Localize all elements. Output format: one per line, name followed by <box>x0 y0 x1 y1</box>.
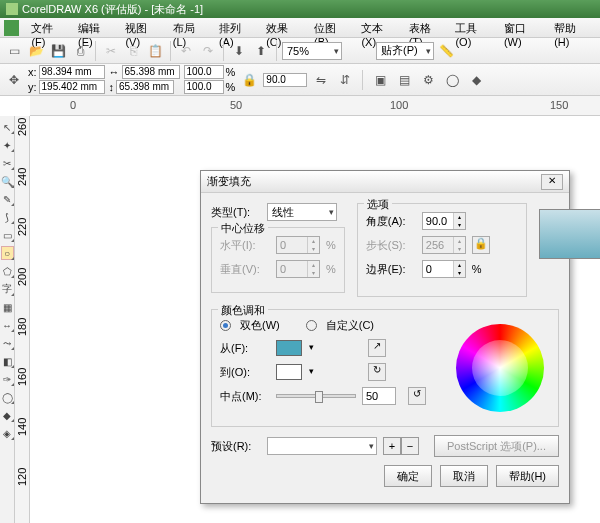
preset-remove-button[interactable]: − <box>401 437 419 455</box>
width-input[interactable]: 65.398 mm <box>122 65 180 79</box>
type-value: 线性 <box>272 205 294 220</box>
window-title: CorelDRAW X6 (评估版) - [未命名 -1] <box>22 2 203 17</box>
order-icon[interactable]: ▣ <box>370 70 390 90</box>
menu-effects[interactable]: 效果(C) <box>260 18 308 37</box>
scaley-input[interactable]: 100.0 <box>184 80 224 94</box>
preset-combo[interactable] <box>267 437 377 455</box>
mid-label: 中点(M): <box>220 389 270 404</box>
hy-input: 0▴▾ <box>276 260 320 278</box>
ellipse-tool-icon[interactable]: ○ <box>1 246 14 260</box>
menu-arrange[interactable]: 排列(A) <box>213 18 260 37</box>
zoom-combo[interactable]: 75% <box>282 42 342 60</box>
custom-radio[interactable] <box>306 320 317 331</box>
smart-tool-icon[interactable]: ⟆ <box>1 210 14 224</box>
effects-tool-icon[interactable]: ◧ <box>1 354 14 368</box>
preset-add-button[interactable]: + <box>383 437 401 455</box>
mirror-h-icon[interactable]: ⇋ <box>311 70 331 90</box>
ruler-horizontal: 0 50 100 150 <box>30 96 600 116</box>
pct-label: % <box>326 263 336 275</box>
zoom-tool-icon[interactable]: 🔍 <box>1 174 14 188</box>
midpoint-slider[interactable] <box>276 394 356 398</box>
paste-icon[interactable]: 📋 <box>145 41 165 61</box>
interactive-fill-icon[interactable]: ◈ <box>1 426 14 440</box>
menu-bitmap[interactable]: 位图(B) <box>308 18 355 37</box>
menu-table[interactable]: 表格(T) <box>403 18 450 37</box>
separator <box>223 41 224 61</box>
lock-ratio-icon[interactable]: 🔒 <box>239 70 259 90</box>
pct-label: % <box>226 81 236 93</box>
edge-input[interactable]: 0▴▾ <box>422 260 466 278</box>
midpoint-input[interactable]: 50 <box>362 387 396 405</box>
hy-label: 垂直(V): <box>220 262 270 277</box>
convert-icon[interactable]: ◆ <box>466 70 486 90</box>
close-icon[interactable]: ✕ <box>541 174 563 190</box>
cut-icon[interactable]: ✂ <box>101 41 121 61</box>
menu-text[interactable]: 文本(X) <box>355 18 402 37</box>
menu-tools[interactable]: 工具(O) <box>449 18 497 37</box>
text-tool-icon[interactable]: 字 <box>1 282 14 296</box>
twocolor-radio[interactable] <box>220 320 231 331</box>
cancel-button[interactable]: 取消 <box>440 465 488 487</box>
to-color-swatch[interactable] <box>276 364 302 380</box>
dimension-tool-icon[interactable]: ↔ <box>1 318 14 332</box>
new-icon[interactable]: ▭ <box>4 41 24 61</box>
menu-view[interactable]: 视图(V) <box>119 18 166 37</box>
mirror-v-icon[interactable]: ⇵ <box>335 70 355 90</box>
copy-icon[interactable]: ⎘ <box>123 41 143 61</box>
y-label: y: <box>28 81 37 93</box>
edge-label: 边界(E): <box>366 262 416 277</box>
pick-tool-icon[interactable]: ↖ <box>1 120 14 134</box>
ok-button[interactable]: 确定 <box>384 465 432 487</box>
save-icon[interactable]: 💾 <box>48 41 68 61</box>
toolbox: ↖ ✦ ✂ 🔍 ✎ ⟆ ▭ ○ ⬠ 字 ▦ ↔ ⤳ ◧ ✑ ◯ ◆ ◈ <box>0 116 15 523</box>
x-input[interactable]: 98.394 mm <box>39 65 105 79</box>
crop-tool-icon[interactable]: ✂ <box>1 156 14 170</box>
options-icon[interactable]: ⚙ <box>418 70 438 90</box>
menu-edit[interactable]: 编辑(E) <box>72 18 119 37</box>
from-color-swatch[interactable] <box>276 340 302 356</box>
angle-label: 角度(A): <box>366 214 416 229</box>
height-input[interactable]: 65.398 mm <box>116 80 174 94</box>
rotation-input[interactable]: 90.0 <box>263 73 307 87</box>
table-tool-icon[interactable]: ▦ <box>1 300 14 314</box>
angle-input[interactable]: 90.0▴▾ <box>422 212 466 230</box>
type-combo[interactable]: 线性 <box>267 203 337 221</box>
lock-icon[interactable]: 🔒 <box>472 236 490 254</box>
connector-tool-icon[interactable]: ⤳ <box>1 336 14 350</box>
help-button[interactable]: 帮助(H) <box>496 465 559 487</box>
path-ccw-icon[interactable]: ↺ <box>408 387 426 405</box>
color-wheel[interactable] <box>456 324 544 412</box>
hx-input: 0▴▾ <box>276 236 320 254</box>
dialog-titlebar[interactable]: 渐变填充 ✕ <box>201 171 569 193</box>
preset-label: 预设(R): <box>211 439 261 454</box>
path-cw-icon[interactable]: ↻ <box>368 363 386 381</box>
menu-window[interactable]: 窗口(W) <box>498 18 548 37</box>
ruler-icon[interactable]: 📏 <box>436 41 456 61</box>
window-titlebar: CorelDRAW X6 (评估版) - [未命名 -1] <box>0 0 600 18</box>
undo-icon[interactable]: ↶ <box>176 41 196 61</box>
wrap-icon[interactable]: ▤ <box>394 70 414 90</box>
rectangle-tool-icon[interactable]: ▭ <box>1 228 14 242</box>
path-direct-icon[interactable]: ↗ <box>368 339 386 357</box>
outline-tool-icon[interactable]: ◯ <box>1 390 14 404</box>
import-icon[interactable]: ⬇ <box>229 41 249 61</box>
outline-icon[interactable]: ◯ <box>442 70 462 90</box>
polygon-tool-icon[interactable]: ⬠ <box>1 264 14 278</box>
gradient-preview <box>539 209 600 259</box>
open-icon[interactable]: 📂 <box>26 41 46 61</box>
menu-file[interactable]: 文件(F) <box>25 18 72 37</box>
anchor-icon[interactable]: ✥ <box>4 70 24 90</box>
menu-layout[interactable]: 布局(L) <box>167 18 213 37</box>
ruler-tick: 140 <box>16 418 28 436</box>
y-input[interactable]: 195.402 mm <box>39 80 105 94</box>
freehand-tool-icon[interactable]: ✎ <box>1 192 14 206</box>
eyedropper-tool-icon[interactable]: ✑ <box>1 372 14 386</box>
export-icon[interactable]: ⬆ <box>251 41 271 61</box>
print-icon[interactable]: ⎙ <box>70 41 90 61</box>
shape-tool-icon[interactable]: ✦ <box>1 138 14 152</box>
fill-tool-icon[interactable]: ◆ <box>1 408 14 422</box>
menu-help[interactable]: 帮助(H) <box>548 18 596 37</box>
snap-combo[interactable]: 贴齐(P) <box>376 42 434 60</box>
redo-icon[interactable]: ↷ <box>198 41 218 61</box>
scalex-input[interactable]: 100.0 <box>184 65 224 79</box>
